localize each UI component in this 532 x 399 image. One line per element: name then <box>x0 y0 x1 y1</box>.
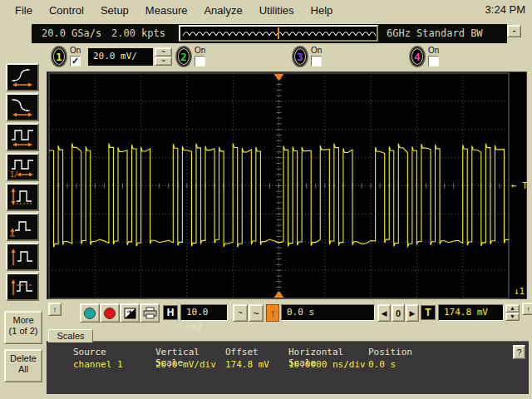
menu-setup[interactable]: Setup <box>92 2 137 19</box>
frequency-icon: 1/ <box>9 156 36 178</box>
horizontal-scale-field[interactable]: 10.0 ns/ <box>180 304 228 321</box>
hscale-coarse-button[interactable]: ~ <box>249 304 264 322</box>
channel-4-on-label: On <box>428 47 441 55</box>
menu-utilities[interactable]: Utilities <box>251 2 303 19</box>
horizontal-position-field[interactable]: 0.0 s <box>281 304 375 321</box>
measure-fall-time-button[interactable] <box>6 93 39 121</box>
hscale-fine-button[interactable]: ~ <box>233 304 248 322</box>
value-vertical-scale: 20.0 mV/div <box>155 359 225 370</box>
run-icon <box>84 308 96 319</box>
toolbar-scroll-up-button[interactable]: ↑ <box>522 303 532 315</box>
channel-2-on-label: On <box>195 47 208 55</box>
trigger-reference-button[interactable]: ↑ <box>266 304 279 322</box>
tab-scales[interactable]: Scales <box>48 329 93 342</box>
trigger-level-field[interactable]: 174.8 mV <box>438 304 504 321</box>
measure-vtop-button[interactable] <box>6 243 39 271</box>
waveform-display[interactable]: ← T↓1 <box>47 71 527 299</box>
channel-2-badge[interactable]: 2 <box>176 47 191 66</box>
value-horizontal-scale: 10.0000 ns/div <box>288 359 368 370</box>
value-offset: 174.8 mV <box>225 359 288 370</box>
acquisition-bar: 20.0 GSa/s 2.00 kpts 6GHz Standard BW - <box>0 20 532 45</box>
channel-4-group: 4 On <box>410 47 441 70</box>
value-source: channel 1 <box>73 359 155 370</box>
amplitude-icon <box>9 186 36 208</box>
svg-text:← T: ← T <box>511 180 528 191</box>
help-button[interactable]: ? <box>513 345 525 359</box>
preview-sine-icon <box>180 27 377 40</box>
menu-help[interactable]: Help <box>303 2 342 19</box>
vtop-icon <box>9 246 36 268</box>
measure-amplitude-button[interactable] <box>6 183 39 211</box>
waveform-svg: ← T↓1 <box>47 72 528 300</box>
bandwidth-status: 6GHz Standard BW <box>387 27 483 39</box>
menu-measure[interactable]: Measure <box>137 2 196 19</box>
sample-rate: 20.0 GSa/s <box>42 27 101 39</box>
trigger-badge: T <box>421 305 436 320</box>
channel-1-group: 1 On ✓ 20.0 mV/ ~ ~ <box>52 47 172 70</box>
menu-bar: File Control Setup Measure Analyze Utili… <box>0 0 532 20</box>
trigger-level-up-button[interactable]: ▲ <box>505 304 520 313</box>
waveform-preview[interactable] <box>179 25 378 42</box>
channel-1-scale-down-button[interactable]: ~ <box>155 57 172 66</box>
acquisition-status-strip: 20.0 GSa/s 2.00 kpts 6GHz Standard BW <box>32 24 507 43</box>
clear-display-icon <box>124 308 136 319</box>
menu-control[interactable]: Control <box>41 2 92 19</box>
results-panel: Scales Source Vertical Scale Offset Hori… <box>47 329 529 394</box>
scales-panel-body: Source Vertical Scale Offset Horizontal … <box>47 341 529 394</box>
channel-1-on-checkbox[interactable]: ✓ <box>70 56 81 66</box>
channel-3-badge[interactable]: 3 <box>293 47 308 66</box>
zero-position-button[interactable]: 0 <box>392 304 405 322</box>
measure-vbase-button[interactable] <box>6 213 39 241</box>
measure-vaverage-button[interactable] <box>6 273 39 301</box>
channel-1-badge[interactable]: 1 <box>52 47 66 66</box>
measure-period-button[interactable] <box>6 123 39 151</box>
channel-1-on-label: On <box>70 47 83 55</box>
trigger-level-spinner: ▲ ▼ <box>505 304 520 321</box>
horizontal-badge: H <box>163 305 178 320</box>
menu-file[interactable]: File <box>7 2 41 19</box>
trigger-level-down-button[interactable]: ▼ <box>505 313 520 321</box>
printer-icon <box>143 307 157 319</box>
vaverage-icon <box>9 276 36 298</box>
scales-value-row: channel 1 20.0 mV/div 174.8 mV 10.0000 n… <box>73 359 443 370</box>
channel-4-badge[interactable]: 4 <box>410 47 425 66</box>
period-icon <box>9 126 36 148</box>
svg-text:↓1: ↓1 <box>514 286 525 297</box>
value-position: 0.0 s <box>368 359 443 370</box>
measure-frequency-button[interactable]: 1/ <box>6 153 39 181</box>
channel-4-on-checkbox[interactable] <box>428 56 439 66</box>
channel-1-scale-up-button[interactable]: ~ <box>155 47 172 57</box>
pan-right-button[interactable]: ▶ <box>406 304 419 322</box>
channel-3-on-label: On <box>311 47 324 55</box>
channel-3-on-checkbox[interactable] <box>311 56 322 66</box>
channel-bar: 1 On ✓ 20.0 mV/ ~ ~ 2 On 3 On 4 On <box>47 45 532 71</box>
menu-analyze[interactable]: Analyze <box>195 2 250 19</box>
rise-time-icon <box>9 66 36 88</box>
minimize-toolbar-button[interactable]: - <box>507 25 521 37</box>
pan-left-button[interactable]: ◀ <box>377 304 391 322</box>
fall-time-icon <box>9 96 36 118</box>
oscilloscope-app: { "window": { "clock": "3:24 PM" }, "men… <box>0 0 532 399</box>
run-button[interactable] <box>80 303 100 323</box>
vbase-icon <box>9 216 36 238</box>
measure-sidebar: 1/ <box>0 45 47 399</box>
horizontal-toolbar: ↑ H 10.0 ns/ ~ ~ ↑ 0.0 s ◀ 0 ▶ T 174.8 m… <box>47 301 532 328</box>
clock: 3:24 PM <box>485 3 525 16</box>
print-button[interactable] <box>140 303 160 323</box>
channel-2-group: 2 On <box>176 47 208 70</box>
channel-3-group: 3 On <box>293 47 324 70</box>
memory-depth: 2.00 kpts <box>111 27 165 39</box>
channel-1-scale-field[interactable]: 20.0 mV/ <box>88 48 153 66</box>
clear-display-button[interactable] <box>120 303 140 323</box>
stop-icon <box>104 308 116 319</box>
scroll-up-button[interactable]: ↑ <box>48 303 62 316</box>
delete-all-button[interactable]: Delete All <box>4 349 42 382</box>
measure-rise-time-button[interactable] <box>6 63 39 91</box>
more-measurements-button[interactable]: More (1 of 2) <box>4 311 42 344</box>
stop-button[interactable] <box>100 303 120 323</box>
channel-2-on-checkbox[interactable] <box>195 56 205 66</box>
